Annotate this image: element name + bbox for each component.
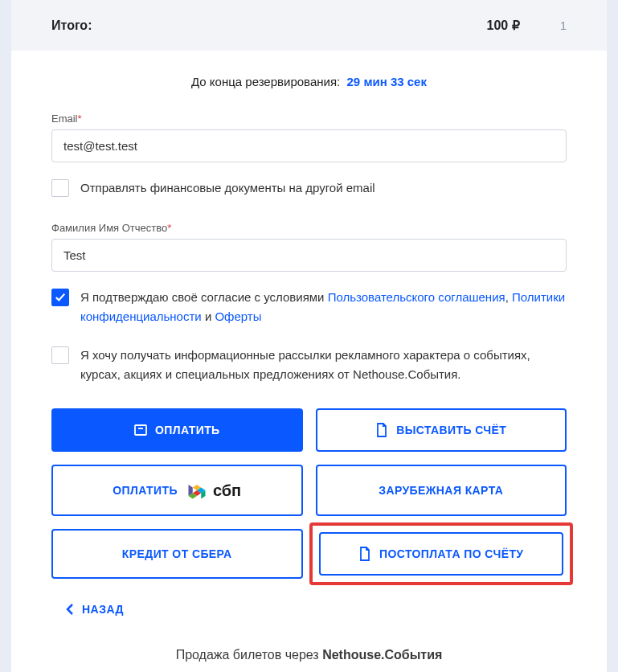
pay-button[interactable]: ОПЛАТИТЬ bbox=[51, 408, 303, 452]
required-mark: * bbox=[78, 113, 82, 125]
back-button[interactable]: НАЗАД bbox=[51, 603, 124, 616]
name-label: Фамилия Имя Отчество* bbox=[51, 222, 567, 234]
other-email-row: Отправлять финансовые документы на друго… bbox=[51, 178, 567, 198]
footer-attribution: Продажа билетов через Nethouse.События bbox=[51, 632, 567, 670]
agreement-text: Я подтверждаю своё согласие с условиями … bbox=[80, 288, 567, 326]
other-email-label: Отправлять финансовые документы на друго… bbox=[80, 178, 567, 198]
summary-right: 100 ₽ 1 bbox=[487, 18, 567, 33]
agreement-row: Я подтверждаю своё согласие с условиями … bbox=[51, 288, 567, 326]
other-email-checkbox[interactable] bbox=[51, 179, 69, 197]
timer-value: 29 мин 33 сек bbox=[347, 75, 427, 88]
post-pay-button[interactable]: ПОСТОПЛАТА ПО СЧЁТУ bbox=[319, 532, 564, 576]
pay-sbp-button[interactable]: ОПЛАТИТЬ сбп bbox=[51, 465, 303, 516]
marketing-checkbox[interactable] bbox=[51, 346, 69, 364]
summary-label: Итого: bbox=[51, 18, 92, 33]
svg-rect-0 bbox=[135, 425, 146, 435]
reservation-timer: До конца резервирования: 29 мин 33 сек bbox=[51, 75, 567, 88]
checkout-form: До конца резервирования: 29 мин 33 сек E… bbox=[11, 51, 607, 672]
sbp-logo: сбп bbox=[186, 479, 241, 502]
chevron-left-icon bbox=[66, 604, 74, 615]
summary-qty: 1 bbox=[560, 18, 567, 32]
document-icon bbox=[358, 547, 371, 561]
name-field[interactable] bbox=[51, 239, 567, 272]
highlighted-option: ПОСТОПЛАТА ПО СЧЁТУ bbox=[309, 522, 574, 585]
marketing-row: Я хочу получать информационные рассылки … bbox=[51, 346, 567, 384]
name-group: Фамилия Имя Отчество* bbox=[51, 222, 567, 272]
foreign-card-button[interactable]: ЗАРУБЕЖНАЯ КАРТА bbox=[316, 465, 567, 516]
required-mark: * bbox=[167, 222, 171, 234]
email-label: Email* bbox=[51, 113, 567, 125]
summary-price: 100 ₽ bbox=[487, 18, 520, 33]
invoice-button[interactable]: ВЫСТАВИТЬ СЧЁТ bbox=[316, 408, 567, 452]
payment-buttons: ОПЛАТИТЬ ВЫСТАВИТЬ СЧЁТ ОПЛАТИТЬ bbox=[51, 408, 567, 579]
check-icon bbox=[55, 292, 66, 303]
footer-brand: Nethouse.События bbox=[322, 648, 442, 662]
sbp-icon bbox=[186, 479, 208, 502]
agreement-checkbox[interactable] bbox=[51, 289, 69, 306]
marketing-label: Я хочу получать информационные рассылки … bbox=[80, 346, 567, 384]
card-icon bbox=[134, 423, 147, 437]
document-icon bbox=[375, 423, 388, 437]
email-group: Email* bbox=[51, 113, 567, 162]
summary-bar: Итого: 100 ₽ 1 bbox=[11, 0, 607, 51]
user-agreement-link[interactable]: Пользовательского соглашения bbox=[328, 290, 505, 304]
timer-label: До конца резервирования: bbox=[191, 75, 340, 88]
sber-credit-button[interactable]: КРЕДИТ ОТ СБЕРА bbox=[51, 529, 303, 579]
email-field[interactable] bbox=[51, 129, 567, 162]
offer-link[interactable]: Оферты bbox=[215, 309, 261, 323]
